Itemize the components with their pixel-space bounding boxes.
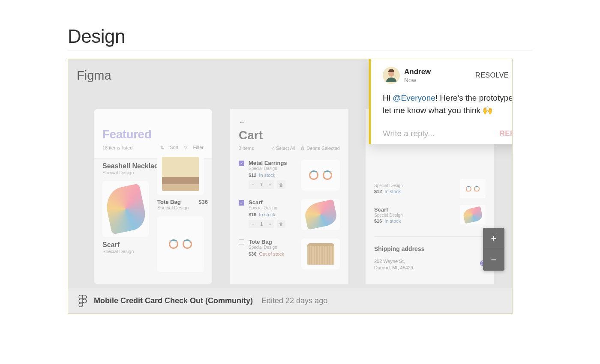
comment-author: Andrew xyxy=(404,68,431,76)
qty-plus[interactable]: + xyxy=(266,180,274,189)
product-image-earrings xyxy=(157,216,204,272)
trash-icon[interactable]: 🗑 xyxy=(277,220,285,228)
shipping-address-text: 202 Wayne St, Durand, MI, 48429 xyxy=(374,258,413,272)
featured-items-count: 18 items listed xyxy=(102,145,132,150)
cart-item-sub: Special Design xyxy=(249,245,297,250)
product-name: Tote Bag xyxy=(157,199,189,205)
comment-body: Hi @Everyone! Here's the prototype, let … xyxy=(383,92,513,117)
page-title: Design xyxy=(68,26,532,51)
file-edited-label: Edited 22 days ago xyxy=(261,296,327,305)
featured-title: Featured xyxy=(102,128,204,141)
reply-button[interactable]: REPLY xyxy=(499,129,513,138)
reply-input[interactable]: Write a reply... xyxy=(383,129,435,138)
delete-selected-button[interactable]: 🗑 Delete Selected xyxy=(300,146,340,151)
cart-item: ✓ Scarf Special Design $16In stock −1+ 🗑 xyxy=(230,195,348,234)
cart-checkbox[interactable]: ✓ xyxy=(239,161,244,166)
qty-minus[interactable]: − xyxy=(249,180,257,189)
comment-popover: Andrew Now RESOLVE ⋮ Hi @Everyone! Here'… xyxy=(369,59,513,144)
sort-button[interactable]: ⇅ Sort xyxy=(160,145,178,150)
featured-header: Featured 18 items listed ⇅ Sort ▽ Filter xyxy=(94,109,212,158)
zoom-controls: + − xyxy=(483,228,504,271)
cart-item-sub: Special Design xyxy=(249,166,297,171)
qty-value: 1 xyxy=(257,220,266,228)
cart-item-name: Scarf xyxy=(249,199,297,206)
cart-item-name: Metal Earrings xyxy=(249,160,297,166)
file-bar: Mobile Credit Card Check Out (Community)… xyxy=(68,288,512,313)
cart-item-name: Tote Bag xyxy=(249,239,297,245)
cart-checkbox[interactable] xyxy=(239,239,244,245)
shipping-address-title: Shipping address xyxy=(374,245,486,252)
shipping-item: Special Design $12In stock xyxy=(374,176,486,202)
product-image-scarf xyxy=(102,181,149,237)
cart-item-sub: Special Design xyxy=(249,206,297,210)
product-sublabel: Special Design xyxy=(157,205,189,210)
resolve-button[interactable]: RESOLVE xyxy=(475,72,509,79)
cart-item-image xyxy=(301,160,340,191)
shipping-item: Scarf Special Design $16In stock xyxy=(374,202,486,228)
svg-point-0 xyxy=(83,299,87,303)
trash-icon[interactable]: 🗑 xyxy=(277,180,285,189)
cart-item-image xyxy=(301,199,340,230)
back-arrow-icon[interactable]: ← xyxy=(239,118,340,126)
shipping-item-image xyxy=(460,205,486,224)
cart-item-image xyxy=(301,239,340,269)
shipping-item-image xyxy=(460,179,486,198)
figma-embed-frame: Figma Featured 18 items listed ⇅ Sort ▽ … xyxy=(68,59,513,314)
figma-logo-icon xyxy=(78,295,87,307)
qty-plus[interactable]: + xyxy=(266,220,274,228)
figma-app-label: Figma xyxy=(77,69,111,83)
zoom-out-button[interactable]: − xyxy=(483,249,504,271)
product-price: $36 xyxy=(198,199,208,210)
qty-minus[interactable]: − xyxy=(249,220,257,228)
mention[interactable]: @Everyone xyxy=(393,93,435,102)
comment-timestamp: Now xyxy=(404,77,431,84)
zoom-in-button[interactable]: + xyxy=(483,228,504,249)
panel-cart: ← Cart 3 items ✓ Select All 🗑 Delete Sel… xyxy=(230,109,348,284)
shipping-item-sub: Special Design xyxy=(374,183,456,188)
cart-title: Cart xyxy=(239,128,340,142)
shipping-item-sub: Special Design xyxy=(374,213,456,218)
product-image-tote xyxy=(157,152,204,195)
file-name[interactable]: Mobile Credit Card Check Out (Community) xyxy=(94,296,253,305)
cart-checkbox[interactable]: ✓ xyxy=(239,200,244,206)
avatar xyxy=(383,67,400,84)
cart-count: 3 items xyxy=(239,146,254,151)
select-all-button[interactable]: ✓ Select All xyxy=(271,146,295,151)
shipping-item-name: Scarf xyxy=(374,206,456,213)
cart-item: ✓ Metal Earrings Special Design $12In st… xyxy=(230,155,348,195)
qty-value: 1 xyxy=(257,180,266,189)
filter-button[interactable]: ▽ Filter xyxy=(184,145,204,150)
cart-item: Tote Bag Special Design $36Out of stock xyxy=(230,234,348,274)
